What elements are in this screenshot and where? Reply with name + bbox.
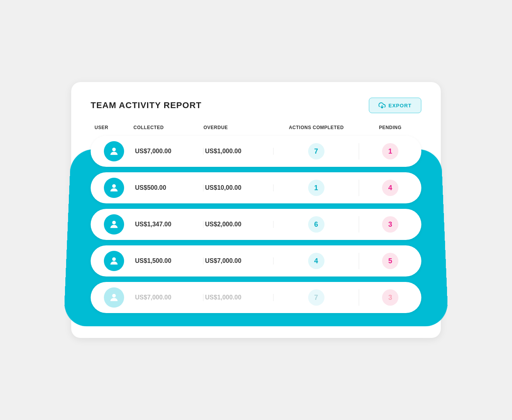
pending-badge: 4 (382, 180, 398, 196)
actions-completed-value: 7 (274, 289, 359, 306)
report-header: TEAM ACTIVITY REPORT EXPORT (91, 98, 421, 113)
svg-point-4 (112, 257, 116, 261)
avatar (104, 287, 124, 308)
actions-completed-value: 7 (274, 143, 359, 159)
actions-badge: 7 (308, 143, 324, 159)
pending-value: 1 (359, 143, 421, 159)
actions-badge: 6 (308, 216, 324, 233)
svg-point-3 (112, 221, 116, 224)
collected-value: US$500.00 (133, 184, 203, 191)
overdue-value: US$7,000.00 (203, 257, 274, 264)
avatar (104, 214, 124, 234)
actions-completed-value: 4 (274, 253, 359, 269)
overdue-value: US$1,000.00 (203, 294, 274, 301)
pending-badge: 3 (382, 289, 398, 306)
actions-completed-value: 6 (274, 216, 359, 233)
avatar-cell (95, 287, 133, 308)
export-label: EXPORT (389, 103, 412, 108)
avatar-cell (95, 178, 133, 198)
avatar (104, 178, 124, 198)
pending-badge: 3 (382, 216, 398, 233)
collected-value: US$7,000.00 (133, 294, 203, 301)
pending-value: 3 (359, 289, 421, 306)
col-collected: COLLECTED (133, 125, 203, 130)
avatar-cell (95, 214, 133, 234)
table-row-2: US$500.00US$10,00.0014 (91, 172, 421, 203)
person-icon (109, 219, 119, 230)
export-button[interactable]: EXPORT (369, 98, 421, 113)
actions-badge: 7 (308, 289, 324, 306)
collected-value: US$1,347.00 (133, 221, 203, 228)
table-row-4: US$1,500.00US$7,000.0045 (91, 245, 421, 276)
col-actions: ACTIONS COMPLETED (274, 125, 359, 130)
actions-completed-value: 1 (274, 180, 359, 196)
svg-point-5 (112, 294, 116, 298)
pending-badge: 5 (382, 253, 398, 269)
avatar-cell (95, 251, 133, 271)
column-headers: USER COLLECTED OVERDUE ACTIONS COMPLETED… (91, 125, 421, 134)
person-icon (109, 182, 119, 193)
report-container: TEAM ACTIVITY REPORT EXPORT USER COLLECT… (71, 82, 441, 338)
col-overdue: OVERDUE (203, 125, 274, 130)
svg-point-2 (112, 184, 116, 188)
pending-badge: 1 (382, 143, 398, 159)
rows-wrapper: US$7,000.00US$1,000.0071 US$500.00US$10,… (91, 136, 421, 313)
avatar (104, 141, 124, 161)
pending-value: 4 (359, 180, 421, 196)
actions-badge: 1 (308, 180, 324, 196)
avatar-cell (95, 141, 133, 161)
table-row-3: US$1,347.00US$2,000.0063 (91, 209, 421, 240)
pending-value: 5 (359, 253, 421, 269)
avatar (104, 251, 124, 271)
overdue-value: US$1,000.00 (203, 148, 274, 155)
col-pending: PENDING (359, 125, 421, 130)
actions-badge: 4 (308, 253, 324, 269)
collected-value: US$1,500.00 (133, 257, 203, 264)
export-icon (379, 102, 386, 109)
svg-point-1 (112, 148, 116, 151)
pending-value: 3 (359, 216, 421, 233)
col-user: USER (95, 125, 133, 130)
report-title: TEAM ACTIVITY REPORT (91, 100, 202, 110)
person-icon (109, 292, 119, 303)
table-row-1: US$7,000.00US$1,000.0071 (91, 136, 421, 167)
person-icon (109, 256, 119, 266)
overdue-value: US$10,00.00 (203, 184, 274, 191)
person-icon (109, 146, 119, 157)
collected-value: US$7,000.00 (133, 148, 203, 155)
overdue-value: US$2,000.00 (203, 221, 274, 228)
table-row-5: US$7,000.00US$1,000.0073 (91, 282, 421, 313)
